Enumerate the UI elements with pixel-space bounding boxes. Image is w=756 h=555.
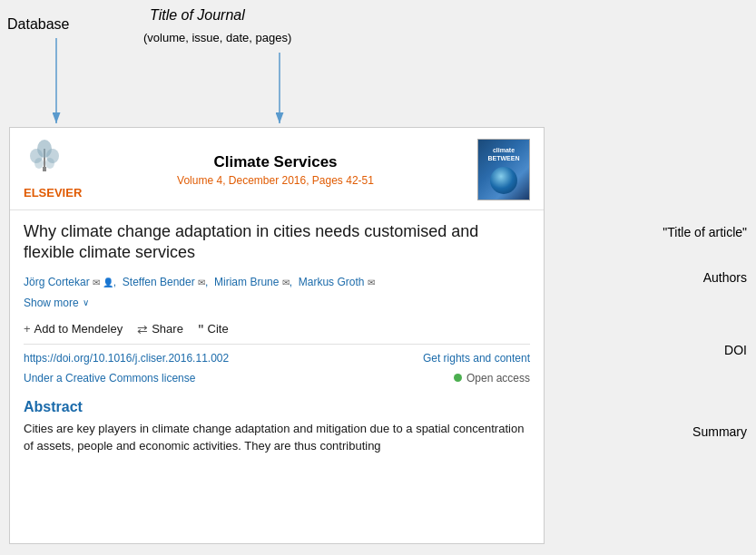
share-label: Share — [152, 322, 183, 336]
authors-annotation: Authors — [703, 270, 747, 285]
article-title-annotation: "Title of article" — [663, 225, 747, 239]
rights-link[interactable]: Get rights and content — [423, 352, 530, 365]
authors-list: Jörg Cortekar ✉ 👤, Steffen Bender ✉, Mir… — [24, 276, 530, 288]
author-icon-1: ✉ 👤 — [93, 278, 113, 287]
journal-cover-image: climateBETWEEN — [477, 139, 530, 200]
journal-header: ELSEVIER Climate Services Volume 4, Dece… — [10, 128, 544, 210]
journal-name: Climate Services — [74, 153, 477, 171]
main-content-box: ELSEVIER Climate Services Volume 4, Dece… — [9, 127, 545, 544]
share-icon: ⇄ — [137, 322, 148, 336]
author-icon-4: ✉ — [368, 278, 375, 287]
cover-globe — [490, 167, 517, 194]
share-button[interactable]: ⇄ Share — [137, 322, 183, 336]
svg-rect-13 — [43, 167, 46, 171]
abstract-text: Cities are key players in climate change… — [24, 421, 530, 455]
author-cortekar[interactable]: Jörg Cortekar — [24, 276, 90, 288]
quote-icon: " — [198, 322, 204, 336]
journal-title-annotation: Title of Journal — [150, 7, 245, 24]
abstract-heading: Abstract — [24, 399, 530, 415]
show-more-button[interactable]: Show more ∨ — [10, 293, 544, 316]
journal-volume: Volume 4, December 2016, Pages 42-51 — [74, 174, 477, 187]
authors-section: Jörg Cortekar ✉ 👤, Steffen Bender ✉, Mir… — [10, 271, 544, 293]
journal-info-center: Climate Services Volume 4, December 2016… — [74, 153, 477, 187]
volume-annotation: (volume, issue, date, pages) — [143, 31, 291, 44]
action-buttons-row: + Add to Mendeley ⇄ Share " Cite — [10, 316, 544, 344]
elsevier-logo-svg — [24, 140, 69, 180]
show-more-label: Show more — [24, 297, 79, 309]
cc-license-link[interactable]: Under a Creative Commons license — [24, 372, 195, 385]
open-access-label: Open access — [466, 372, 530, 385]
cite-button[interactable]: " Cite — [198, 322, 229, 336]
open-access-dot — [454, 374, 462, 382]
plus-icon: + — [24, 322, 31, 336]
svg-point-12 — [45, 158, 54, 169]
article-title: Why climate change adaptation in cities … — [24, 221, 530, 264]
abstract-section: Abstract Cities are key players in clima… — [10, 390, 544, 461]
license-section: Under a Creative Commons license Open ac… — [10, 370, 544, 390]
author-icon-3: ✉ — [282, 278, 290, 287]
author-brune[interactable]: Miriam Brune — [214, 276, 279, 288]
chevron-down-icon: ∨ — [83, 297, 89, 307]
author-groth[interactable]: Markus Groth — [299, 276, 365, 288]
doi-section: https://doi.org/10.1016/j.cliser.2016.11… — [10, 345, 544, 370]
article-title-section: Why climate change adaptation in cities … — [10, 210, 544, 271]
author-bender[interactable]: Steffen Bender — [123, 276, 195, 288]
svg-point-11 — [34, 158, 44, 169]
cite-label: Cite — [208, 322, 229, 336]
elsevier-logo-container: ELSEVIER — [24, 140, 74, 200]
add-mendeley-label: Add to Mendeley — [34, 322, 123, 336]
elsevier-wordmark: ELSEVIER — [24, 186, 74, 200]
summary-annotation: Summary — [692, 424, 747, 439]
author-icon-2: ✉ — [198, 278, 205, 287]
add-to-mendeley-button[interactable]: + Add to Mendeley — [24, 322, 123, 336]
page-container: Database Title of Journal (volume, issue… — [0, 0, 756, 555]
cover-text: climateBETWEEN — [486, 145, 522, 164]
database-annotation: Database — [7, 16, 70, 33]
open-access-badge: Open access — [454, 372, 530, 385]
doi-annotation: DOI — [724, 343, 747, 357]
doi-link[interactable]: https://doi.org/10.1016/j.cliser.2016.11… — [24, 352, 229, 365]
